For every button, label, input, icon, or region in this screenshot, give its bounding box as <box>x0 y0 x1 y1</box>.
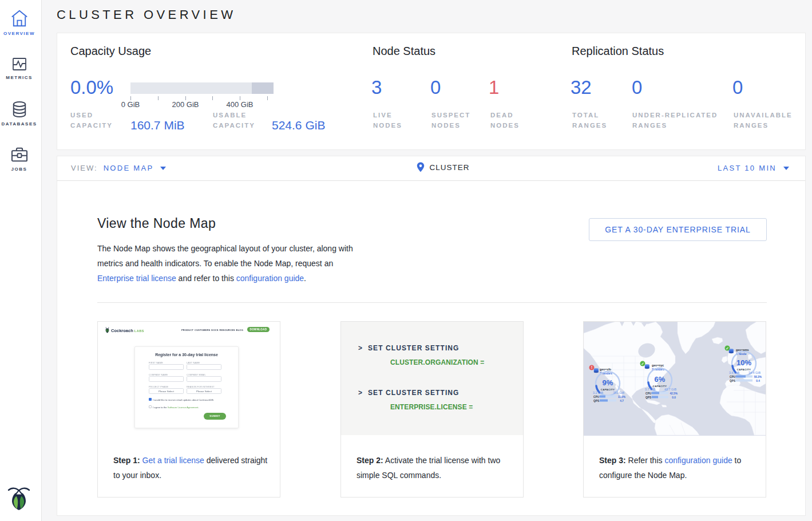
svg-text:CPU: CPU <box>730 376 736 378</box>
svg-text:geo=nyc: geo=nyc <box>652 364 664 367</box>
svg-text:CAPACITY: CAPACITY <box>653 385 667 388</box>
svg-text:34.4 GiB: 34.4 GiB <box>748 371 760 374</box>
svg-text:58.3%: 58.3% <box>754 376 762 378</box>
svg-text:CPU: CPU <box>645 392 652 395</box>
svg-text:3.6 GiB: 3.6 GiB <box>729 371 739 374</box>
svg-text:!: ! <box>591 365 592 369</box>
svg-text:✓: ✓ <box>726 346 728 350</box>
svg-text:42.5%: 42.5% <box>670 392 678 395</box>
svg-text:CAPACITY: CAPACITY <box>601 388 615 391</box>
svg-text:0.0: 0.0 <box>672 396 676 399</box>
svg-text:QPS: QPS <box>645 396 652 399</box>
svg-text:43.7 GiB: 43.7 GiB <box>664 388 676 391</box>
svg-text:geo=sfo: geo=sfo <box>600 368 611 371</box>
svg-text:6%: 6% <box>655 375 666 384</box>
svg-text:10%: 10% <box>736 358 751 367</box>
svg-text:351 GiB: 351 GiB <box>613 391 625 394</box>
svg-text:CAPACITY: CAPACITY <box>737 368 751 371</box>
svg-text:11.0%: 11.0% <box>618 396 626 398</box>
svg-text:3.2 GiB: 3.2 GiB <box>593 391 603 394</box>
svg-text:CPU: CPU <box>593 396 600 398</box>
svg-text:0.4: 0.4 <box>756 380 760 382</box>
svg-text:3.7 GiB: 3.7 GiB <box>645 388 655 391</box>
svg-text:9%: 9% <box>603 378 613 387</box>
svg-text:QPS: QPS <box>730 380 736 382</box>
svg-text:QPS: QPS <box>593 400 600 402</box>
svg-text:✓: ✓ <box>641 362 644 366</box>
svg-text:4.7: 4.7 <box>620 400 624 402</box>
